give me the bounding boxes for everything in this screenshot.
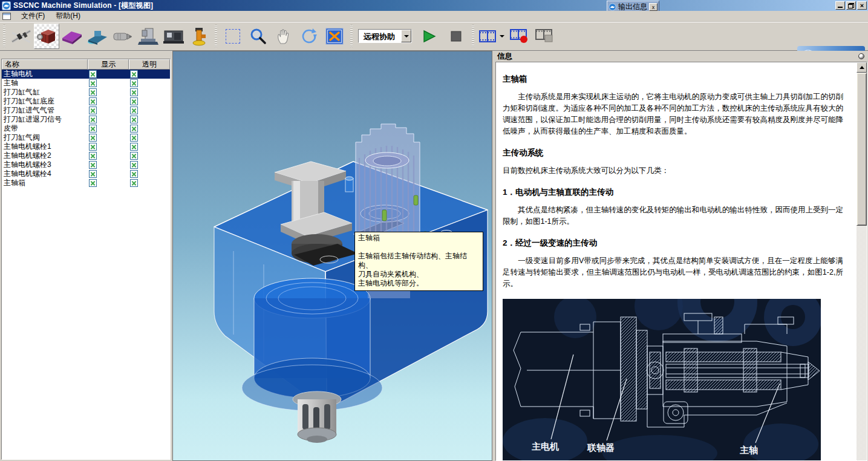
show-checkbox[interactable] bbox=[89, 106, 97, 114]
pin-icon[interactable] bbox=[858, 53, 864, 59]
transparent-checkbox[interactable] bbox=[130, 170, 138, 178]
film-button[interactable] bbox=[477, 24, 498, 49]
transparent-checkbox[interactable] bbox=[130, 134, 138, 142]
table-row[interactable]: 打刀缸气阀 bbox=[2, 133, 170, 142]
menu-file[interactable]: 文件(F) bbox=[16, 10, 50, 22]
transparent-checkbox[interactable] bbox=[130, 179, 138, 187]
toolbar-grip[interactable] bbox=[3, 25, 5, 48]
transparent-checkbox[interactable] bbox=[130, 125, 138, 132]
show-checkbox[interactable] bbox=[89, 125, 97, 132]
mdi-child-icon[interactable] bbox=[2, 13, 11, 20]
tool-clamp-button[interactable] bbox=[186, 24, 212, 49]
transparent-checkbox[interactable] bbox=[130, 97, 138, 105]
show-checkbox[interactable] bbox=[89, 134, 97, 142]
column-header-transparent[interactable]: 透明 bbox=[129, 59, 170, 70]
film-stop-icon bbox=[535, 29, 553, 44]
show-checkbox[interactable] bbox=[89, 79, 97, 87]
film-dropdown-button[interactable] bbox=[498, 35, 506, 38]
table-row[interactable]: 打刀缸气缸底座 bbox=[2, 97, 170, 106]
machine-bed-icon bbox=[61, 27, 83, 46]
checkbox-cell bbox=[129, 88, 170, 97]
show-checkbox[interactable] bbox=[89, 88, 97, 96]
part-name: 主轴电机螺栓3 bbox=[2, 160, 88, 169]
info-panel: 信息 主轴箱 主传动系统是用来实现机床主运动的，它将主电动机的原动力变成可供主轴… bbox=[494, 51, 868, 461]
transparent-checkbox[interactable] bbox=[130, 143, 138, 151]
model-viewport[interactable]: 主轴箱 主轴箱包括主轴传动结构、主轴结构、刀具自动夹紧机构、主轴电动机等部分。 bbox=[172, 51, 492, 461]
show-checkbox[interactable] bbox=[89, 179, 97, 187]
table-row[interactable]: 打刀缸进退刀信号 bbox=[2, 115, 170, 124]
transparent-checkbox[interactable] bbox=[130, 152, 138, 160]
marquee-select-icon bbox=[226, 29, 240, 44]
show-checkbox[interactable] bbox=[89, 170, 97, 178]
table-row[interactable]: 主轴箱 bbox=[2, 178, 170, 188]
table-row[interactable]: 主轴电机 bbox=[2, 70, 170, 79]
milling-column-button[interactable] bbox=[135, 24, 161, 49]
transparent-checkbox[interactable] bbox=[130, 161, 138, 169]
machine-bed-button[interactable] bbox=[59, 24, 85, 49]
zoom-button[interactable] bbox=[246, 24, 271, 49]
tooltip-title: 主轴箱 bbox=[358, 234, 480, 243]
remote-assist-value: 远程协助 bbox=[359, 30, 401, 42]
info-content: 主轴箱 主传动系统是用来实现机床主运动的，它将主电动机的原动力变成可供主轴上刀具… bbox=[496, 62, 857, 460]
scroll-up-button[interactable] bbox=[857, 62, 867, 73]
info-heading: 2．经过一级变速的主传动 bbox=[503, 238, 843, 249]
transparent-checkbox[interactable] bbox=[130, 106, 138, 114]
toolbar-grip[interactable] bbox=[215, 25, 217, 48]
fit-view-button[interactable] bbox=[322, 24, 347, 49]
show-checkbox[interactable] bbox=[89, 70, 97, 78]
spindle-head-button[interactable] bbox=[34, 24, 59, 49]
marquee-select-button[interactable] bbox=[220, 24, 246, 49]
app-icon bbox=[2, 1, 11, 10]
lathe-button[interactable] bbox=[161, 24, 186, 49]
show-checkbox[interactable] bbox=[89, 116, 97, 123]
table-row[interactable]: 主轴电机螺栓1 bbox=[2, 142, 170, 151]
zoom-icon bbox=[250, 28, 267, 45]
minimize-button[interactable] bbox=[835, 1, 845, 10]
scrollbar-thumb[interactable] bbox=[857, 73, 867, 226]
transparent-checkbox[interactable] bbox=[130, 70, 138, 78]
remote-assist-combo[interactable]: 远程协助 bbox=[358, 29, 412, 43]
table-row[interactable]: 主轴 bbox=[2, 79, 170, 88]
table-row[interactable]: 打刀缸进气气管 bbox=[2, 106, 170, 115]
output-close-button[interactable]: x bbox=[649, 3, 658, 11]
column-header-name[interactable]: 名称 bbox=[2, 59, 88, 70]
toolbar-grip[interactable] bbox=[350, 25, 353, 48]
tooltip-body: 主轴箱包括主轴传动结构、主轴结构、刀具自动夹紧机构、主轴电动机等部分。 bbox=[358, 252, 480, 288]
info-paragraph: 其优点是结构紧凑，但主轴转速的变化及转矩的输出和电动机的输出特性致，因而使用上受… bbox=[503, 204, 843, 227]
close-button[interactable]: × bbox=[857, 1, 867, 10]
pan-button[interactable] bbox=[271, 24, 296, 49]
combo-dropdown-button[interactable] bbox=[401, 30, 411, 42]
film-record-button[interactable] bbox=[506, 24, 532, 49]
rotate-button[interactable] bbox=[296, 24, 322, 49]
table-row[interactable]: 皮带 bbox=[2, 124, 170, 133]
show-checkbox[interactable] bbox=[89, 161, 97, 169]
film-stop-button[interactable] bbox=[532, 24, 557, 49]
show-checkbox[interactable] bbox=[89, 97, 97, 105]
vertical-scrollbar[interactable] bbox=[857, 62, 867, 460]
checkbox-cell bbox=[88, 169, 129, 178]
table-row[interactable]: 打刀缸气缸 bbox=[2, 88, 170, 97]
table-row[interactable]: 主轴电机螺栓4 bbox=[2, 169, 170, 178]
spindle-button[interactable] bbox=[110, 24, 135, 49]
info-paragraph: 一级变速目前多用V带或同步带来完成，其优点是结构简单安装调试方便，且在一定程度上… bbox=[503, 255, 843, 290]
model-parts-table: 名称 显示 透明 主轴电机主轴打刀缸气缸打刀缸气缸底座打刀缸进气气管打刀缸进退刀… bbox=[1, 59, 171, 460]
feed-axes-button[interactable] bbox=[8, 24, 34, 49]
info-panel-body: 主轴箱 主传动系统是用来实现机床主运动的，它将主电动机的原动力变成可供主轴上刀具… bbox=[495, 62, 867, 461]
column-header-show[interactable]: 显示 bbox=[88, 59, 129, 70]
saddle-button[interactable] bbox=[85, 24, 110, 49]
play-button[interactable] bbox=[414, 24, 443, 49]
close-icon: × bbox=[860, 2, 864, 8]
transparent-checkbox[interactable] bbox=[130, 79, 138, 87]
toolbar-grip[interactable] bbox=[472, 25, 474, 48]
restore-button[interactable] bbox=[846, 1, 856, 10]
table-row[interactable]: 主轴电机螺栓2 bbox=[2, 151, 170, 160]
title-bar[interactable]: SSCNC Machine Simulation - [模型视图] 输出信息 x… bbox=[0, 0, 868, 11]
show-checkbox[interactable] bbox=[89, 143, 97, 151]
transparent-checkbox[interactable] bbox=[130, 88, 138, 96]
menu-help[interactable]: 帮助(H) bbox=[50, 10, 86, 22]
table-row[interactable]: 主轴电机螺栓3 bbox=[2, 160, 170, 169]
stop-button[interactable] bbox=[443, 24, 469, 49]
saddle-icon bbox=[86, 27, 108, 46]
transparent-checkbox[interactable] bbox=[130, 116, 138, 123]
show-checkbox[interactable] bbox=[89, 152, 97, 160]
